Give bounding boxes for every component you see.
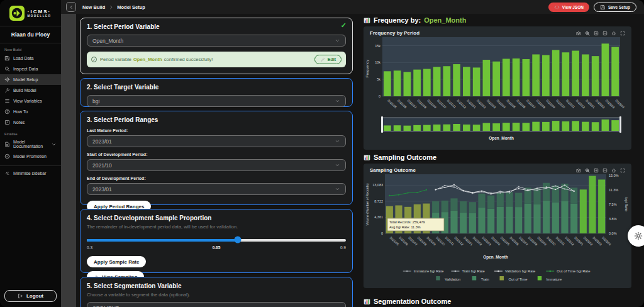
svg-text:2021/12: 2021/12 (453, 235, 464, 246)
segmentation-panel-header: Segmentation Outcome (364, 298, 451, 305)
svg-text:2021/11: 2021/11 (445, 235, 455, 246)
sidebar-item-label: Load Data (13, 56, 33, 60)
slider-track[interactable] (87, 239, 346, 242)
target-variable-select[interactable]: bgi (87, 95, 346, 107)
settings-fab-button[interactable] (628, 225, 644, 247)
slider-handle[interactable] (235, 237, 242, 243)
svg-text:2022/05: 2022/05 (506, 98, 516, 109)
dev-end-value: 2023/01 (92, 186, 112, 193)
camera-icon[interactable] (576, 31, 581, 36)
svg-text:Avg bgi Rate: 11.3%: Avg bgi Rate: 11.3% (389, 225, 421, 229)
zoom-out-icon[interactable] (602, 31, 608, 36)
save-setup-button[interactable]: Save Setup (594, 3, 636, 12)
slider-fill (87, 239, 238, 242)
section1-title: 1. Select Period Variable (87, 23, 346, 30)
zoom-icon[interactable] (585, 31, 590, 36)
svg-text:2022/06: 2022/06 (509, 235, 519, 246)
apply-sample-rate-button[interactable]: Apply Sample Rate (87, 256, 146, 267)
svg-text:Volume (Number of Records): Volume (Number of Records) (365, 183, 369, 225)
sidebar-item-label: Notes (13, 120, 25, 125)
chevron-left-icon (69, 4, 74, 10)
segmentation-variable-select[interactable]: SEGMENT (87, 302, 346, 307)
svg-text:2022/09: 2022/09 (536, 235, 547, 246)
minimise-sidebar-button[interactable]: Minimise sidebar (0, 167, 61, 179)
frequency-header-prefix: Frequency by: (374, 16, 421, 24)
brand-line2: MODELLER (27, 14, 51, 18)
slider-labels: 0.3 0.65 0.9 (87, 245, 346, 252)
sidebar-item-build-model[interactable]: Build Model (0, 85, 61, 96)
view-json-button[interactable]: View JSON (548, 3, 589, 12)
svg-text:2023/03: 2023/03 (605, 98, 616, 109)
logout-button[interactable]: Logout (4, 290, 57, 302)
reset-axes-icon[interactable] (620, 31, 625, 36)
autoscale-icon[interactable] (611, 168, 616, 173)
frequency-panel-header: Frequency by: Open_Month (364, 16, 466, 24)
period-variable-select[interactable]: Open_Month (87, 35, 346, 47)
svg-text:2021/10: 2021/10 (435, 235, 446, 246)
chevron-down-icon (335, 98, 340, 104)
camera-icon[interactable] (576, 168, 581, 173)
zoom-icon[interactable] (585, 168, 590, 173)
sample-proportion-slider[interactable] (87, 237, 346, 243)
svg-text:2021/11: 2021/11 (447, 98, 457, 109)
save-icon (4, 55, 10, 61)
sidebar-item-load-data[interactable]: Load Data (0, 53, 61, 64)
svg-text:2023/04: 2023/04 (614, 98, 625, 109)
autoscale-icon[interactable] (611, 31, 616, 36)
sidebar-item-how-to[interactable]: How To (0, 106, 61, 117)
alert-suffix: confirmed successfully! (164, 57, 213, 62)
sidebar-item-label: Inspect Data (13, 67, 38, 71)
check-circle-icon (4, 154, 10, 159)
section-complete-check-icon: ✓ (341, 21, 347, 30)
last-mature-period-select[interactable]: 2023/01 (87, 135, 346, 147)
breadcrumb-new-build[interactable]: New Build (82, 4, 105, 10)
sidebar-item-inspect-data[interactable]: Inspect Data (0, 64, 61, 74)
dev-end-select[interactable]: 2023/01 (87, 183, 346, 195)
dev-start-select[interactable]: 2021/10 (87, 159, 346, 171)
sidebar-item-notes[interactable]: Notes (0, 117, 61, 128)
svg-text:2021/05: 2021/05 (389, 235, 400, 246)
section4-title: 4. Select Development Sample Proportion (87, 215, 346, 221)
nav-section-new-build: New Build (0, 43, 61, 53)
reset-axes-icon[interactable] (620, 168, 625, 173)
svg-text:2022/09: 2022/09 (545, 98, 556, 109)
sidebar-item-view-variables[interactable]: View Variables (0, 96, 61, 106)
breadcrumb-model-setup: Model Setup (117, 4, 145, 10)
sidebar-item-model-setup[interactable]: Model Setup (0, 74, 61, 85)
document-icon (4, 142, 10, 147)
scrollbar-gutter[interactable] (61, 14, 76, 307)
svg-text:Open_Month: Open_Month (489, 136, 514, 141)
svg-text:Open_Month: Open_Month (483, 255, 508, 260)
zoom-in-icon[interactable] (594, 168, 599, 173)
alert-prefix: Period variable (100, 57, 131, 62)
sampling-chart-title: Sampling Outcome (370, 167, 416, 173)
back-button[interactable] (66, 2, 76, 12)
frequency-chart-svg[interactable]: 05k10k15k2021/052021/062021/072021/08202… (364, 36, 631, 147)
sampling-chart-svg[interactable]: 04,3618,72213,0830.0%3.8%7.5%11.3%15.0%T… (364, 173, 631, 285)
sidebar-item-model-promotion[interactable]: Model Promotion (0, 151, 61, 162)
svg-text:3.8%: 3.8% (609, 217, 617, 221)
dev-end-label: End of Development Period: (87, 176, 346, 181)
gear-icon (4, 77, 10, 82)
section3-title: 3. Select Period Ranges (87, 116, 346, 123)
svg-text:2023/02: 2023/02 (583, 235, 594, 246)
svg-text:2021/12: 2021/12 (456, 98, 467, 109)
pencil-icon (320, 57, 326, 62)
brand-line1: ·ICMS· (27, 9, 51, 14)
sampling-chart-title-row: Sampling Outcome (364, 164, 631, 173)
build-icon (4, 87, 10, 93)
zoom-in-icon[interactable] (594, 31, 599, 36)
section4-subtitle: The remainder of in-development period d… (87, 224, 346, 230)
floppy-icon (600, 4, 606, 10)
svg-text:0.0%: 0.0% (609, 232, 617, 235)
svg-text:2021/06: 2021/06 (397, 98, 408, 109)
edit-button[interactable]: Edit (314, 55, 341, 64)
frequency-chart-card: Frequency by Period 05k10k15k2021/052021… (364, 26, 631, 150)
svg-text:Immature bgi Rate: Immature bgi Rate (414, 269, 444, 273)
icms-logo-icon (9, 6, 25, 21)
view-json-label: View JSON (562, 5, 584, 9)
alert-highlight: Open_Month (133, 57, 162, 62)
sidebar-item-model-documentation[interactable]: Model Documentation (0, 137, 61, 151)
zoom-out-icon[interactable] (602, 168, 608, 173)
svg-text:Frequency: Frequency (365, 60, 369, 77)
